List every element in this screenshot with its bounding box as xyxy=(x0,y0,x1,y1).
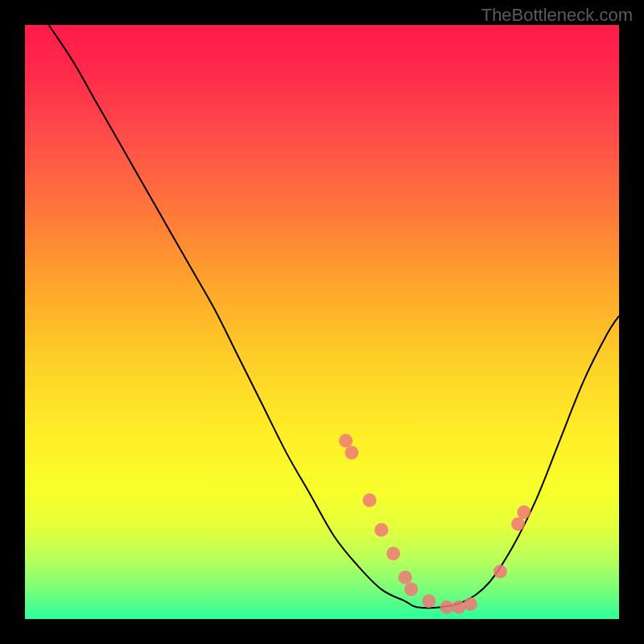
data-point xyxy=(339,434,353,448)
data-points xyxy=(339,434,530,614)
data-point xyxy=(440,601,453,614)
chart-svg xyxy=(25,25,619,619)
data-point xyxy=(511,517,525,530)
data-point xyxy=(493,564,507,578)
plot-area xyxy=(25,25,619,619)
data-point xyxy=(452,601,465,614)
data-point xyxy=(386,547,400,560)
data-point xyxy=(464,597,477,611)
data-point xyxy=(404,583,418,597)
data-point xyxy=(363,493,377,507)
watermark-text: TheBottleneck.com xyxy=(481,5,633,26)
data-point xyxy=(517,506,530,519)
data-point xyxy=(398,571,412,584)
data-point xyxy=(422,594,436,608)
data-point xyxy=(345,446,358,460)
data-point xyxy=(374,523,388,537)
bottleneck-curve xyxy=(49,25,619,608)
